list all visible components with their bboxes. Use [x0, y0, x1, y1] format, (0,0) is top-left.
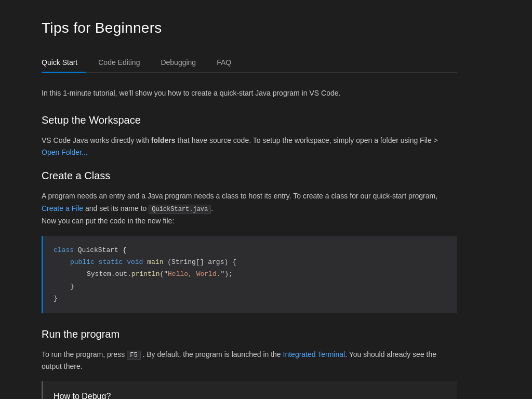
create-class-body-line2: and set its name to	[83, 204, 149, 212]
code-hello-world: Hello, World.	[168, 270, 220, 278]
code-block: class QuickStart { public static void ma…	[42, 236, 457, 313]
code-line-1: class QuickStart {	[54, 244, 447, 256]
intro-text: In this 1-minute tutorial, we'll show yo…	[42, 87, 457, 99]
quickstart-filename: QuickStart.java	[149, 205, 211, 214]
f5-key-run: F5	[127, 351, 140, 360]
tab-quick-start[interactable]: Quick Start	[42, 52, 86, 72]
code-method-main: main	[147, 258, 163, 266]
code-paren-open: ("	[159, 270, 168, 278]
code-keyword-public: public	[70, 258, 99, 266]
setup-workspace-title: Setup the Workspace	[42, 112, 457, 128]
code-close-brace-2: }	[54, 295, 58, 302]
code-line-3: System.out.println("Hello, World.");	[54, 268, 447, 280]
run-section: Run the program To run the program, pres…	[42, 326, 457, 399]
setup-workspace-body: VS Code Java works directly with folders…	[42, 135, 457, 159]
code-classname: QuickStart {	[78, 246, 127, 254]
code-sysout: System.out.	[87, 270, 131, 278]
open-folder-link[interactable]: Open Folder...	[42, 148, 88, 156]
code-keyword-static: static	[99, 258, 127, 266]
code-line-2: public static void main (String[] args) …	[54, 256, 447, 268]
callout-title: How to Debug?	[54, 390, 447, 399]
code-keyword-class: class	[54, 246, 78, 254]
create-class-body-line1: A program needs an entry and a Java prog…	[42, 192, 437, 200]
code-println: println	[131, 270, 160, 278]
run-body: To run the program, press F5 . By defaul…	[42, 349, 457, 374]
create-class-body-line3: .	[211, 204, 213, 212]
tab-faq[interactable]: FAQ	[208, 52, 240, 72]
code-line-5: }	[54, 292, 447, 304]
code-paren-close: ");	[220, 270, 232, 278]
run-title: Run the program	[42, 326, 457, 342]
setup-body-before: VS Code Java works directly with	[42, 136, 151, 144]
code-main-params: (String[] args) {	[163, 258, 236, 266]
create-class-body: A program needs an entry and a Java prog…	[42, 190, 457, 227]
run-body-before: To run the program, press	[42, 350, 127, 358]
page-title: Tips for Beginners	[42, 17, 457, 40]
tab-bar: Quick Start Code Editing Debugging FAQ	[42, 52, 457, 73]
create-class-title: Create a Class	[42, 167, 457, 184]
setup-body-after: that have source code. To setup the work…	[176, 136, 438, 144]
setup-workspace-section: Setup the Workspace VS Code Java works d…	[42, 112, 457, 159]
create-class-section: Create a Class A program needs an entry …	[42, 167, 457, 313]
create-class-body-line4: Now you can put the code in the new file…	[42, 217, 174, 225]
create-file-link[interactable]: Create a File	[42, 204, 83, 212]
code-close-brace-1: }	[70, 283, 74, 290]
callout-box: How to Debug? When you press F5 , you ar…	[42, 381, 457, 399]
code-keyword-void: void	[127, 258, 147, 266]
code-line-4: }	[54, 281, 447, 292]
tab-debugging[interactable]: Debugging	[152, 52, 204, 72]
run-body-middle: . By default, the program is launched in…	[141, 350, 283, 358]
folders-bold: folders	[151, 136, 176, 144]
tab-code-editing[interactable]: Code Editing	[90, 52, 148, 72]
integrated-terminal-link[interactable]: Integrated Terminal	[283, 350, 345, 358]
